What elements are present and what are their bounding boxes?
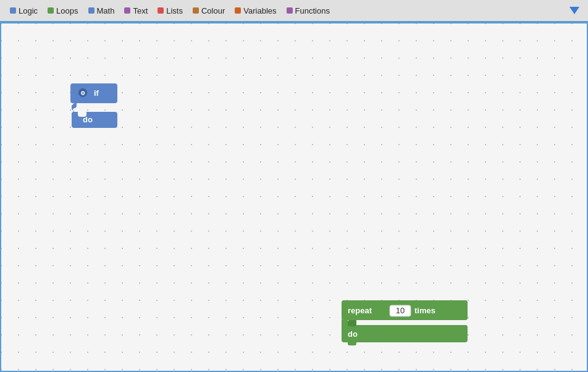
svg-text:times: times: [414, 306, 435, 315]
lists-color-dot: [158, 7, 164, 14]
repeat-block[interactable]: repeat 10 times do: [339, 300, 469, 347]
toolbar-item-logic[interactable]: Logic: [5, 4, 43, 18]
svg-text:10: 10: [396, 306, 405, 315]
repeat-block-svg: repeat 10 times do: [339, 300, 469, 347]
svg-rect-6: [348, 320, 356, 326]
toolbar-item-colour[interactable]: Colour: [188, 4, 230, 18]
toolbar-item-lists[interactable]: Lists: [153, 4, 188, 18]
svg-text:do: do: [83, 115, 93, 124]
toolbar-item-variables[interactable]: Variables: [230, 4, 281, 18]
functions-color-dot: [287, 7, 293, 14]
svg-rect-4: [342, 325, 468, 342]
toolbar-item-loops[interactable]: Loops: [43, 4, 83, 18]
svg-rect-7: [348, 340, 356, 345]
svg-text:do: do: [348, 329, 358, 339]
loops-color-dot: [48, 7, 54, 14]
math-color-dot: [88, 7, 94, 14]
loops-label: Loops: [56, 6, 78, 15]
colour-label: Colour: [201, 6, 225, 15]
text-label: Text: [133, 6, 148, 15]
toolbar-item-functions[interactable]: Functions: [282, 4, 335, 18]
logic-color-dot: [10, 7, 16, 14]
toolbar: Logic Loops Math Text Lists Colour Varia…: [0, 0, 588, 22]
toolbar-item-text[interactable]: Text: [119, 4, 153, 18]
functions-label: Functions: [295, 6, 330, 15]
if-block[interactable]: ⚙ if do: [69, 83, 119, 130]
svg-text:if: if: [94, 88, 99, 98]
math-label: Math: [97, 6, 115, 15]
logic-label: Logic: [19, 6, 38, 15]
variables-color-dot: [235, 7, 241, 14]
colour-color-dot: [193, 7, 199, 14]
svg-text:repeat: repeat: [348, 306, 372, 315]
text-color-dot: [124, 7, 130, 14]
toolbar-item-math[interactable]: Math: [83, 4, 120, 18]
workspace: ⚙ if do repeat 10 times: [0, 22, 588, 372]
dropdown-arrow-icon[interactable]: [569, 7, 579, 14]
svg-rect-5: [348, 300, 356, 302]
svg-text:⚙: ⚙: [80, 90, 85, 96]
if-block-svg: ⚙ if do: [69, 83, 119, 130]
variables-label: Variables: [243, 6, 276, 15]
lists-label: Lists: [166, 6, 183, 15]
